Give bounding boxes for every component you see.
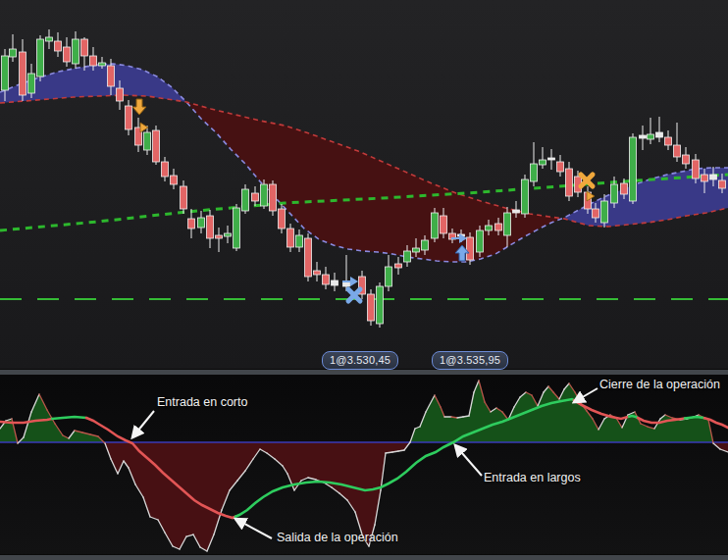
candle-body-g	[261, 184, 268, 206]
candle-body-g	[413, 248, 420, 252]
order-label-buy[interactable]: 1@3.535,95	[432, 351, 508, 370]
candle-body-g	[144, 132, 151, 150]
annotation-short-entry: Entrada en corto	[157, 395, 247, 409]
candle-body-r	[216, 235, 223, 238]
signal-line-long	[629, 416, 638, 418]
candle-body-g	[99, 63, 106, 66]
candle-body-r	[314, 271, 321, 275]
candle-body-g	[477, 230, 484, 252]
candle-body-g	[225, 233, 232, 236]
candle-body-g	[386, 267, 392, 286]
candle-body-w	[548, 158, 555, 160]
candle-body-r	[566, 169, 573, 196]
candle-body-r	[665, 137, 672, 145]
panel-divider-edge2	[0, 375, 728, 376]
candle-body-g	[377, 286, 384, 324]
candle-body-r	[171, 176, 178, 184]
candle-body-g	[422, 240, 429, 250]
candle-body-g	[242, 189, 249, 211]
candle-body-w	[332, 280, 338, 285]
candle-body-g	[28, 74, 35, 93]
chart-canvas	[0, 0, 728, 560]
candle-body-w	[710, 175, 717, 179]
candle-body-r	[108, 66, 115, 86]
candle-body-g	[2, 56, 9, 90]
candle-body-r	[55, 41, 62, 51]
trading-chart-window: 1@3.530,45 1@3.535,95 Entrada en corto C…	[0, 0, 728, 560]
candle-body-r	[181, 186, 187, 209]
candle-body-r	[674, 145, 681, 157]
candle-body-g	[601, 201, 608, 223]
candle-body-r	[287, 229, 294, 247]
candle-body-r	[683, 155, 690, 164]
candle-body-g	[10, 49, 17, 57]
candle-body-g	[234, 208, 240, 248]
candle-body-g	[486, 226, 493, 230]
candle-body-r	[467, 237, 474, 260]
candle-body-r	[593, 209, 599, 218]
candle-body-g	[522, 179, 529, 214]
candle-body-w	[640, 135, 647, 138]
candle-body-r	[621, 183, 628, 194]
candle-body-r	[323, 275, 330, 284]
candle-body-r	[153, 130, 160, 162]
candle-body-r	[495, 224, 502, 230]
signal-line-long	[685, 417, 704, 419]
candle-body-r	[252, 193, 259, 201]
order-label-sell[interactable]: 1@3.530,45	[322, 351, 398, 370]
candle-body-g	[432, 213, 439, 238]
panel-divider[interactable]	[0, 369, 728, 376]
candle-body-r	[81, 39, 88, 56]
candle-body-r	[395, 264, 402, 268]
candle-body-g	[630, 137, 637, 201]
candle-body-g	[198, 218, 205, 228]
candle-body-r	[719, 180, 726, 188]
candle-body-r	[117, 88, 124, 101]
signal-line-long	[52, 417, 86, 419]
candle-body-g	[73, 39, 79, 64]
annotation-trade-close: Cierre de la operación	[599, 378, 720, 391]
candle-body-r	[693, 160, 700, 178]
candle-body-g	[648, 134, 654, 139]
candle-body-r	[162, 162, 169, 177]
candle-body-w	[513, 210, 520, 213]
annotation-trade-exit: Salida de la operación	[277, 531, 398, 544]
candle-body-r	[441, 216, 447, 233]
candle-body-g	[540, 160, 546, 165]
candle-body-r	[270, 184, 277, 211]
candle-body-g	[296, 235, 303, 247]
candle-body-g	[37, 39, 44, 76]
candle-body-g	[46, 37, 53, 41]
candle-body-w	[656, 132, 663, 137]
candle-body-r	[279, 209, 286, 229]
candle-body-r	[368, 294, 375, 321]
candle-body-r	[557, 162, 564, 172]
candle-body-g	[531, 164, 538, 181]
candle-body-g	[504, 213, 511, 235]
candle-body-r	[64, 47, 71, 62]
candle-body-r	[305, 238, 312, 277]
candle-body-g	[611, 184, 618, 203]
bottom-bar-edge	[0, 554, 728, 555]
candle-body-r	[126, 106, 132, 129]
annotation-long-entry: Entrada en largos	[484, 471, 581, 484]
candle-body-r	[188, 219, 195, 229]
candle-body-r	[207, 216, 214, 238]
candle-body-r	[90, 56, 97, 66]
candle-body-r	[702, 175, 708, 181]
candle-body-r	[20, 52, 26, 95]
candle-body-g	[404, 251, 411, 262]
bottom-bar	[0, 555, 728, 560]
